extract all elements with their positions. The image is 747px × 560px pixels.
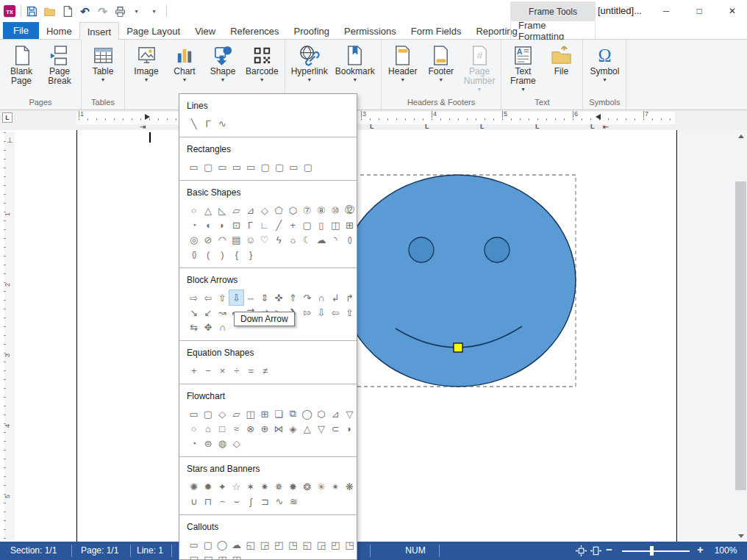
shape-swatch[interactable]: ≋ <box>287 494 301 509</box>
shape-swatch[interactable]: ◎ <box>187 232 201 247</box>
shape-swatch[interactable]: ⌂ <box>201 421 215 436</box>
shape-swatch[interactable]: ◰ <box>272 537 286 552</box>
shape-swatch[interactable]: ▽ <box>343 406 357 421</box>
shape-swatch[interactable]: ▢ <box>300 218 314 232</box>
shape-swatch[interactable]: ▭ <box>187 537 201 552</box>
shape-swatch[interactable]: ⌢ <box>215 494 229 509</box>
shape-swatch[interactable]: ╲ <box>187 116 201 131</box>
shape-swatch[interactable]: {} <box>187 247 201 262</box>
minimize-button[interactable]: ─ <box>651 0 682 22</box>
shape-swatch[interactable]: ▭ <box>215 159 229 174</box>
shape-swatch[interactable]: ✹ <box>201 479 215 494</box>
shape-swatch[interactable]: ▢ <box>201 159 215 174</box>
shape-swatch[interactable]: ◠ <box>215 232 229 247</box>
shape-swatch[interactable]: ▭ <box>187 159 201 174</box>
shape-swatch[interactable]: ◇ <box>215 406 229 421</box>
shape-swatch[interactable]: ⊜ <box>201 436 215 450</box>
shape-swatch[interactable]: ◯ <box>215 537 229 552</box>
shape-swatch[interactable]: ◗ <box>215 218 229 232</box>
shape-swatch[interactable]: ◇ <box>229 436 243 450</box>
shape-swatch[interactable]: ⇰ <box>300 305 314 320</box>
shape-swatch[interactable]: △ <box>201 203 215 218</box>
shape-swatch[interactable]: ⊘ <box>201 232 215 247</box>
undo-icon[interactable]: ↶ <box>78 4 92 18</box>
zoom-slider-thumb[interactable] <box>650 546 654 556</box>
shape-swatch[interactable]: ⇆ <box>187 320 201 334</box>
footer-button[interactable]: Footer▾ <box>422 41 460 97</box>
shape-swatch[interactable]: ☼ <box>286 232 300 247</box>
tab-file[interactable]: File <box>3 22 39 39</box>
shape-swatch[interactable]: + <box>286 218 300 232</box>
shape-swatch[interactable]: ∪ <box>187 494 201 509</box>
shape-swatch[interactable]: − <box>201 363 215 378</box>
shape-swatch-selected-down-arrow[interactable]: ⇩ <box>229 290 243 305</box>
shape-swatch[interactable]: ( <box>201 247 215 262</box>
shape-swatch[interactable]: ○ <box>187 421 201 436</box>
shape-swatch[interactable]: ⧉ <box>286 406 300 421</box>
shape-swatch[interactable]: ◳ <box>343 537 357 552</box>
shape-swatch[interactable]: ◔ <box>187 218 201 232</box>
shape-swatch[interactable]: ⑩ <box>329 203 343 218</box>
shape-swatch[interactable]: ⇧ <box>215 290 229 305</box>
shape-swatch[interactable]: ◱ <box>243 537 257 552</box>
close-button[interactable]: ✕ <box>717 0 747 22</box>
shape-swatch[interactable]: ↷ <box>300 290 314 305</box>
scrollbar-thumb[interactable] <box>735 182 746 490</box>
shape-swatch[interactable]: ✳ <box>314 479 328 494</box>
scroll-down-arrow[interactable] <box>735 530 747 542</box>
ruler-strip[interactable] <box>76 112 675 124</box>
shape-swatch[interactable]: ⑧ <box>314 203 328 218</box>
shape-swatch[interactable]: ↙ <box>201 305 215 320</box>
shape-swatch[interactable]: ⊞ <box>257 406 271 421</box>
shape-swatch[interactable]: ▭ <box>287 159 301 174</box>
tab-permissions[interactable]: Permissions <box>337 22 404 39</box>
shape-swatch[interactable]: ╱ <box>272 218 286 232</box>
file-button[interactable]: File <box>542 41 580 97</box>
shape-swatch[interactable]: ) <box>215 247 229 262</box>
zoom-slider-track[interactable] <box>622 550 690 552</box>
fit-width-icon[interactable] <box>590 545 601 556</box>
shape-swatch[interactable]: ◖ <box>201 218 215 232</box>
shape-swatch[interactable]: ☾ <box>300 232 314 247</box>
shape-swatch[interactable]: ◈ <box>286 421 300 436</box>
shape-swatch[interactable]: ◺ <box>215 203 229 218</box>
first-line-indent-marker[interactable] <box>145 114 150 120</box>
shape-swatch[interactable]: △ <box>300 421 314 436</box>
print-dropdown-icon[interactable]: ▾ <box>131 4 145 18</box>
image-button[interactable]: Image▾ <box>127 41 165 97</box>
shape-swatch[interactable]: ▭ <box>229 159 243 174</box>
tab-stop-marker[interactable]: L <box>425 123 429 130</box>
text-frame-button[interactable]: AText Frame▾ <box>504 41 542 97</box>
shape-swatch[interactable]: ⊗ <box>243 421 257 436</box>
shape-button[interactable]: Shape▾ <box>204 41 242 97</box>
zoom-in-button[interactable]: + <box>697 543 704 556</box>
shape-swatch[interactable]: ↱ <box>343 290 357 305</box>
tab-selector-box[interactable]: L <box>2 112 12 123</box>
shape-swatch[interactable]: ◳ <box>286 537 300 552</box>
header-button[interactable]: Header▾ <box>384 41 422 97</box>
shape-swatch[interactable]: { <box>229 247 243 262</box>
shape-swatch[interactable]: ⇔ <box>243 290 257 305</box>
shape-swatch[interactable]: ○ <box>187 203 201 218</box>
bookmark-button[interactable]: Bookmark▾ <box>332 41 379 97</box>
shape-swatch[interactable]: ◫ <box>243 406 257 421</box>
page-break-button[interactable]: Page Break <box>40 41 79 97</box>
shape-swatch[interactable]: ◝ <box>329 232 343 247</box>
new-document-icon[interactable] <box>60 4 74 18</box>
qat-dropdown-icon[interactable]: ▾ <box>149 4 162 18</box>
shape-swatch[interactable]: ⇨ <box>187 290 201 305</box>
shape-swatch[interactable]: ≈ <box>229 421 243 436</box>
shape-swatch[interactable]: ▭ <box>187 406 201 421</box>
right-indent-marker-arrow[interactable] <box>596 114 601 120</box>
shape-swatch[interactable]: ⬡ <box>314 406 328 421</box>
shape-swatch[interactable]: Γ <box>243 218 257 232</box>
table-button[interactable]: Table▾ <box>84 41 122 97</box>
shape-swatch[interactable]: ✥ <box>201 320 215 334</box>
hyperlink-button[interactable]: Hyperlink▾ <box>287 41 332 97</box>
shape-swatch[interactable]: ☆ <box>229 479 243 494</box>
zoom-out-button[interactable]: − <box>606 543 612 556</box>
tab-proofing[interactable]: Proofing <box>287 22 337 39</box>
shape-swatch[interactable]: ⇦ <box>201 290 215 305</box>
shape-swatch[interactable]: ▭ <box>244 159 258 174</box>
tab-form-fields[interactable]: Form Fields <box>404 22 469 39</box>
